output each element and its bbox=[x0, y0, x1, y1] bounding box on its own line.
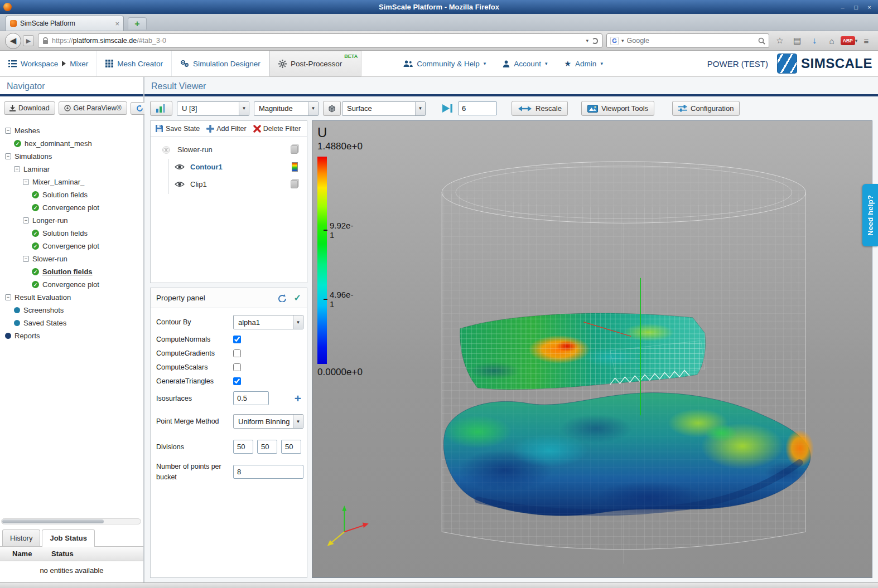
search-icon[interactable] bbox=[758, 37, 765, 45]
tab-history[interactable]: History bbox=[2, 529, 40, 546]
download-button[interactable]: Download bbox=[4, 101, 55, 115]
tree-item-meshes[interactable]: −Meshes bbox=[0, 124, 143, 137]
representation-select[interactable]: Surface ▼ bbox=[342, 101, 426, 116]
search-engine-caret-icon[interactable]: ▾ bbox=[621, 38, 624, 43]
compute-scalars-checkbox[interactable] bbox=[233, 363, 241, 371]
collapse-icon[interactable]: − bbox=[23, 179, 29, 185]
back-button[interactable]: ◀ bbox=[5, 33, 21, 49]
colormap-swatch[interactable] bbox=[292, 162, 298, 172]
need-help-tab[interactable]: Need help? bbox=[862, 184, 878, 246]
viewport-tools-button[interactable]: Viewport Tools bbox=[581, 101, 654, 116]
plot-button[interactable] bbox=[150, 101, 172, 116]
get-paraview-button[interactable]: Get ParaView® bbox=[59, 101, 127, 115]
scrollbar-thumb[interactable] bbox=[2, 519, 104, 523]
nav-workspace[interactable]: Workspace Mixer bbox=[0, 51, 97, 76]
isosurfaces-input[interactable] bbox=[233, 391, 269, 405]
nav-admin[interactable]: ★ Admin ▾ bbox=[556, 51, 611, 76]
representation-icon-button[interactable] bbox=[323, 101, 341, 116]
horizontal-scrollbar[interactable] bbox=[1, 518, 141, 524]
generate-triangles-checkbox[interactable] bbox=[233, 377, 241, 385]
nav-post-processor[interactable]: Post-Processor BETA bbox=[269, 51, 361, 76]
divisions-z-input[interactable] bbox=[281, 440, 301, 454]
tree-item-solution-fields-selected[interactable]: ✓Solution fields bbox=[0, 265, 143, 278]
home-icon[interactable]: ⌂ bbox=[825, 34, 838, 47]
app-navigation: Workspace Mixer Mesh Creator Simulation … bbox=[0, 51, 878, 77]
tree-item-screenshots[interactable]: Screenshots bbox=[0, 304, 143, 317]
contour-by-select[interactable]: alpha1 ▼ bbox=[233, 315, 303, 329]
reset-icon[interactable] bbox=[278, 294, 287, 302]
url-bar[interactable]: https://platform.simscale.de/#tab_3-0 ▾ bbox=[38, 33, 602, 48]
tree-item-result-evaluation[interactable]: −Result Evaluation bbox=[0, 291, 143, 304]
tree-item-solution-fields[interactable]: ✓Solution fields bbox=[0, 188, 143, 201]
tree-item-convergence-plot[interactable]: ✓Convergence plot bbox=[0, 201, 143, 214]
configuration-button[interactable]: Configuration bbox=[672, 101, 740, 116]
dot-icon bbox=[5, 333, 11, 339]
tab-close-icon[interactable]: × bbox=[115, 20, 119, 27]
menu-button[interactable]: ≡ bbox=[860, 34, 873, 47]
points-per-bucket-input[interactable] bbox=[233, 465, 303, 479]
tree-item-hex-dominant-mesh[interactable]: ✓hex_dominant_mesh bbox=[0, 137, 143, 150]
visibility-eye-icon[interactable] bbox=[174, 163, 185, 171]
rescale-icon bbox=[518, 105, 532, 112]
tree-item-longer-run[interactable]: −Longer-run bbox=[0, 214, 143, 227]
pipeline-item-clip1[interactable]: Clip1 bbox=[151, 176, 307, 193]
nav-community-help[interactable]: Community & Help ▾ bbox=[395, 51, 494, 76]
visibility-eye-icon[interactable] bbox=[174, 181, 185, 188]
tab-job-status[interactable]: Job Status bbox=[42, 529, 94, 547]
add-isosurface-button[interactable]: + bbox=[295, 392, 301, 404]
collapse-icon[interactable]: − bbox=[23, 256, 29, 262]
pipeline-item-contour1[interactable]: Contour1 bbox=[151, 158, 307, 176]
reload-icon[interactable] bbox=[592, 38, 598, 44]
nav-simulation-designer[interactable]: Simulation Designer bbox=[172, 51, 269, 76]
search-input[interactable] bbox=[627, 37, 755, 45]
collapse-icon[interactable]: − bbox=[5, 294, 11, 300]
compute-gradients-checkbox[interactable] bbox=[233, 349, 241, 357]
collapse-icon[interactable]: − bbox=[14, 166, 20, 172]
tree-item-mixer-laminar[interactable]: −Mixer_Laminar_ bbox=[0, 176, 143, 188]
rescale-button[interactable]: Rescale bbox=[512, 101, 568, 116]
bookmarks-list-icon[interactable]: ▤ bbox=[790, 34, 804, 47]
save-state-button[interactable]: Save State bbox=[155, 124, 200, 133]
play-button[interactable] bbox=[441, 104, 454, 113]
tree-item-solution-fields[interactable]: ✓Solution fields bbox=[0, 227, 143, 240]
visibility-eye-icon[interactable] bbox=[160, 146, 172, 154]
tree-item-slower-run[interactable]: −Slower-run bbox=[0, 252, 143, 265]
search-bar[interactable]: G ▾ bbox=[606, 33, 769, 48]
tree-item-reports[interactable]: Reports bbox=[0, 329, 143, 342]
tree-item-saved-states[interactable]: Saved States bbox=[0, 317, 143, 329]
point-merge-select[interactable]: Uniform Binning ▼ bbox=[233, 414, 303, 429]
plan-label: POWER (TEST) bbox=[707, 59, 768, 69]
viewport-3d[interactable]: U 1.4880e+0 9.92e-1 4.96e-1 0.0000e+0 bbox=[312, 120, 872, 578]
minimize-button[interactable]: – bbox=[837, 2, 848, 12]
add-filter-button[interactable]: Add Filter bbox=[206, 125, 247, 133]
apply-icon[interactable]: ✓ bbox=[294, 293, 301, 303]
nav-account[interactable]: Account ▾ bbox=[494, 51, 556, 76]
forward-button[interactable]: ▶ bbox=[23, 35, 34, 46]
downloads-icon[interactable]: ↓ bbox=[808, 34, 821, 47]
compute-normals-checkbox[interactable] bbox=[233, 336, 241, 343]
frame-input[interactable] bbox=[458, 101, 497, 115]
tree-item-convergence-plot[interactable]: ✓Convergence plot bbox=[0, 278, 143, 291]
divisions-x-input[interactable] bbox=[233, 440, 253, 454]
maximize-button[interactable]: □ bbox=[850, 2, 862, 12]
tree-item-laminar[interactable]: −Laminar bbox=[0, 163, 143, 176]
delete-filter-button[interactable]: Delete Filter bbox=[253, 125, 301, 133]
collapse-icon[interactable]: − bbox=[23, 217, 29, 223]
collapse-icon[interactable]: − bbox=[5, 153, 11, 159]
collapse-icon[interactable]: − bbox=[5, 128, 11, 134]
pipeline-item-slower-run[interactable]: Slower-run bbox=[151, 141, 307, 158]
component-select[interactable]: Magnitude ▼ bbox=[254, 101, 319, 116]
adblock-button[interactable]: ABP▾ bbox=[842, 34, 856, 47]
new-tab-button[interactable]: + bbox=[128, 17, 147, 30]
tree-item-simulations[interactable]: −Simulations bbox=[0, 150, 143, 163]
divisions-y-input[interactable] bbox=[257, 440, 277, 454]
nav-mesh-creator[interactable]: Mesh Creator bbox=[97, 51, 172, 76]
field-select[interactable]: U [3] ▼ bbox=[177, 101, 249, 116]
bookmark-star-icon[interactable]: ☆ bbox=[773, 34, 787, 47]
result-viewer-title: Result Viewer bbox=[144, 77, 878, 94]
close-button[interactable]: × bbox=[863, 2, 875, 12]
browser-tab[interactable]: SimScale Platform × bbox=[6, 16, 124, 31]
url-dropdown-icon[interactable]: ▾ bbox=[586, 38, 588, 43]
simscale-logo[interactable]: SIMSCALE bbox=[777, 54, 872, 74]
tree-item-convergence-plot[interactable]: ✓Convergence plot bbox=[0, 240, 143, 252]
